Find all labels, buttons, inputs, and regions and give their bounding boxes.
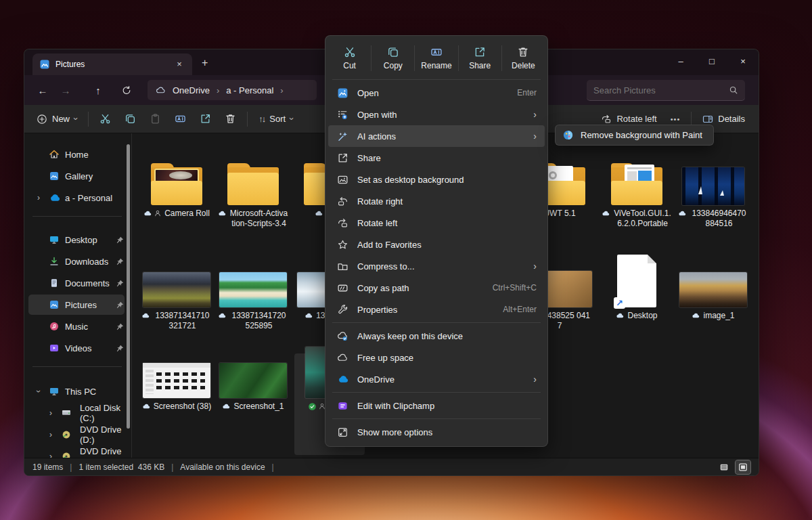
up-button[interactable]: ↑: [87, 85, 110, 96]
pane-divider[interactable]: [131, 133, 132, 458]
file-item-mas[interactable]: Microsoft-Activation-Scripts-3.4: [218, 148, 288, 229]
onedrive-status-icon: [616, 311, 625, 320]
collapse-chevron-icon[interactable]: ›: [34, 387, 43, 396]
home-icon: [49, 149, 60, 160]
breadcrumb[interactable]: OneDrive › a - Personal ›: [148, 80, 317, 100]
delete-button[interactable]: [218, 108, 243, 130]
desktop-icon: [49, 234, 60, 245]
share-quick-action[interactable]: Share: [459, 40, 501, 77]
tab-close-icon[interactable]: ×: [173, 58, 185, 70]
tab-title: Pictures: [55, 60, 85, 69]
menu-item-copy-as-path[interactable]: Copy as path Ctrl+Shift+C: [328, 277, 545, 299]
breadcrumb-root[interactable]: OneDrive: [173, 85, 210, 95]
menu-item-onedrive[interactable]: OneDrive ›: [328, 368, 545, 390]
new-button[interactable]: New ›: [30, 108, 84, 130]
menu-item-ai-actions[interactable]: AI actions ›: [328, 125, 545, 147]
close-button[interactable]: ×: [727, 49, 759, 72]
breadcrumb-folder[interactable]: a - Personal: [226, 85, 273, 95]
sidebar-item-music[interactable]: Music: [28, 316, 125, 337]
menu-item-open-with[interactable]: Open with ›: [328, 104, 545, 125]
image-thumbnail: [679, 272, 747, 307]
cut-button[interactable]: [93, 108, 118, 130]
trash-icon: [517, 46, 529, 58]
refresh-icon[interactable]: [115, 85, 138, 95]
sidebar-item-pictures[interactable]: Pictures: [28, 295, 125, 315]
back-button[interactable]: ←: [31, 85, 54, 96]
large-icons-view-toggle[interactable]: [736, 460, 750, 474]
file-item-image1[interactable]: image_1: [678, 271, 748, 321]
sidebar-item-videos[interactable]: Videos: [28, 338, 125, 358]
onedrive-status-icon: [141, 311, 150, 320]
onedrive-icon: [337, 374, 348, 385]
sidebar-item-gallery[interactable]: Gallery: [28, 166, 125, 186]
image-thumbnail: [143, 272, 210, 307]
expand-chevron-icon[interactable]: ›: [46, 430, 55, 439]
menu-item-open[interactable]: Open Enter: [328, 82, 545, 104]
file-item-screenshot-38[interactable]: Screenshot (38): [141, 363, 212, 412]
dvd-drive-icon: [61, 429, 72, 440]
onedrive-status-icon: [602, 209, 610, 218]
menu-item-show-more-options[interactable]: Show more options: [328, 421, 545, 443]
sidebar-item-local-disk-c[interactable]: › Local Disk (C:): [28, 403, 125, 423]
file-item-vivetool[interactable]: ViVeTool.GUI.1.6.2.0.Portable: [602, 148, 672, 229]
maximize-button[interactable]: □: [696, 49, 727, 72]
expand-chevron-icon[interactable]: ›: [46, 408, 55, 418]
menu-item-compress-to[interactable]: Compress to... ›: [328, 255, 545, 277]
sidebar-scrollbar[interactable]: [127, 144, 130, 429]
toolbar-divider: [88, 112, 89, 127]
menu-item-always-keep-on-device[interactable]: Always keep on this device: [328, 325, 545, 347]
large-icons-view-icon: [738, 462, 748, 472]
expand-chevron-icon[interactable]: ›: [34, 193, 43, 202]
share-icon: [337, 152, 348, 164]
delete-quick-action[interactable]: Delete: [502, 40, 545, 77]
sidebar-item-desktop[interactable]: Desktop: [28, 230, 125, 250]
breadcrumb-separator: ›: [217, 85, 219, 95]
breadcrumb-separator: ›: [280, 85, 283, 95]
pin-icon: [116, 236, 125, 244]
pin-icon: [116, 279, 125, 288]
file-item-133871341720[interactable]: 133871341720 525895: [218, 271, 288, 331]
file-item-screenshot-1[interactable]: Screenshot_1: [218, 363, 288, 412]
sidebar-item-onedrive-personal[interactable]: › a - Personal: [28, 188, 125, 208]
copy-quick-action[interactable]: Copy: [371, 40, 414, 77]
wrench-icon: [337, 304, 348, 316]
sidebar-item-dvd-drive-d[interactable]: › DVD Drive (D:): [28, 425, 125, 445]
sidebar-item-home[interactable]: Home: [28, 144, 125, 165]
search-box[interactable]: [587, 80, 745, 101]
paste-button[interactable]: [143, 108, 168, 130]
new-tab-button[interactable]: +: [202, 58, 208, 68]
sort-button[interactable]: ↑↓ Sort ›: [252, 108, 300, 130]
copy-button[interactable]: [118, 108, 143, 130]
menu-item-share[interactable]: Share: [328, 147, 545, 169]
menu-item-add-to-favorites[interactable]: Add to Favorites: [328, 234, 545, 255]
file-item-camera-roll[interactable]: Camera Roll: [141, 148, 212, 219]
details-view-toggle[interactable]: [717, 460, 731, 474]
menu-item-set-as-desktop-background[interactable]: Set as desktop background: [328, 169, 545, 190]
menu-item-rotate-right[interactable]: Rotate right: [328, 190, 545, 212]
cut-quick-action[interactable]: Cut: [328, 40, 371, 77]
rename-quick-action[interactable]: Rename: [415, 40, 457, 77]
sidebar-item-downloads[interactable]: Downloads: [28, 251, 125, 272]
status-bar: 19 items | 1 item selected 436 KB | Avai…: [24, 458, 759, 475]
file-item-133871341710[interactable]: 133871341710 321721: [141, 271, 212, 331]
file-item-desktop-file[interactable]: ↗ Desktop: [602, 250, 672, 321]
pictures-tab-icon: [39, 59, 50, 70]
file-item-night-palms[interactable]: 133846946470 884516: [678, 148, 748, 229]
forward-button[interactable]: →: [54, 85, 77, 96]
minimize-button[interactable]: –: [665, 49, 696, 72]
tab-pictures[interactable]: Pictures ×: [32, 53, 192, 75]
sidebar-item-this-pc[interactable]: › This PC: [28, 381, 125, 402]
menu-item-free-up-space[interactable]: Free up space: [328, 347, 545, 368]
menu-item-rotate-left[interactable]: Rotate left: [328, 212, 545, 234]
pin-icon: [116, 344, 125, 353]
selection-summary: 1 item selected 436 KB: [78, 462, 164, 472]
search-input[interactable]: [593, 85, 729, 95]
share-icon: [474, 46, 486, 58]
menu-item-properties[interactable]: Properties Alt+Enter: [328, 299, 545, 320]
folder-icon: [227, 163, 279, 205]
rename-button[interactable]: [168, 108, 193, 130]
flyout-label[interactable]: Remove background with Paint: [581, 130, 702, 140]
sidebar-item-documents[interactable]: Documents: [28, 273, 125, 293]
share-button[interactable]: [193, 108, 218, 130]
menu-item-edit-with-clipchamp[interactable]: Edit with Clipchamp: [328, 395, 545, 416]
